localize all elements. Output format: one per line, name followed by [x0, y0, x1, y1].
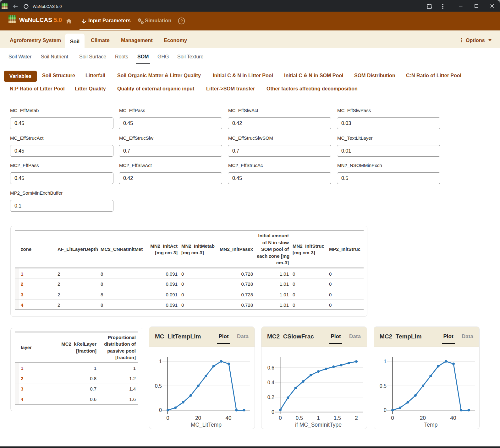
svg-text:20: 20 [195, 415, 201, 421]
svg-text:0: 0 [384, 408, 387, 413]
svg-text:40: 40 [450, 415, 456, 421]
svg-text:0.5: 0.5 [296, 415, 303, 421]
svg-text:1: 1 [317, 415, 320, 421]
svg-text:0: 0 [166, 415, 169, 421]
svg-text:0.2: 0.2 [267, 395, 274, 400]
svg-text:1.5: 1.5 [334, 415, 341, 421]
svg-text:1: 1 [159, 359, 162, 364]
svg-text:0.4: 0.4 [267, 380, 274, 385]
svg-text:0.6: 0.6 [267, 365, 274, 370]
svg-text:MC_LitTemp: MC_LitTemp [191, 422, 222, 428]
svg-text:0: 0 [159, 408, 162, 413]
svg-text:if MC_SomInitType: if MC_SomInitType [295, 422, 342, 428]
svg-text:0.5: 0.5 [380, 383, 387, 389]
svg-text:0.5: 0.5 [155, 383, 162, 389]
svg-text:?: ? [180, 19, 183, 23]
svg-text:2: 2 [355, 415, 358, 421]
svg-text:20: 20 [420, 415, 426, 421]
svg-text:40: 40 [226, 415, 232, 421]
svg-text:0: 0 [272, 409, 274, 415]
svg-text:0: 0 [279, 415, 282, 421]
svg-text:Temp: Temp [424, 422, 438, 428]
svg-text:1: 1 [384, 359, 387, 364]
svg-text:0: 0 [391, 415, 394, 421]
